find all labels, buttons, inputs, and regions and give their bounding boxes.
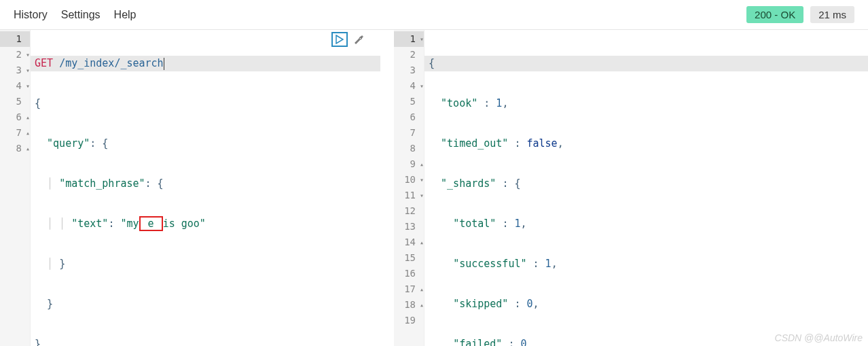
gutter-line[interactable]: 19 <box>394 313 424 328</box>
gutter-line[interactable]: 10▾ <box>394 172 424 188</box>
fold-arrow-icon: ▴ <box>417 297 424 313</box>
response-gutter[interactable]: 1▾ 2 3 4▾ 5 6 7 8 9▴ 10▾ 11▾ 12 13 14▴ 1… <box>394 30 424 346</box>
gutter-line[interactable]: 2▾ <box>0 47 30 63</box>
menu-help[interactable]: Help <box>114 9 137 21</box>
gutter-line[interactable]: 1 <box>0 31 30 47</box>
run-query-button[interactable] <box>331 32 348 47</box>
gutter-line[interactable]: 1▾ <box>394 31 424 47</box>
menu-history[interactable]: History <box>14 9 48 21</box>
top-toolbar: History Settings Help 200 - OK 21 ms <box>0 0 868 30</box>
gutter-line[interactable]: 3 <box>394 63 424 78</box>
code-line[interactable]: │ "match_phrase": { <box>31 176 380 192</box>
code-line[interactable]: } <box>31 296 380 312</box>
code-line[interactable]: "query": { <box>31 136 380 152</box>
fold-arrow-icon: ▾ <box>23 47 30 63</box>
response-code-viewer[interactable]: { "took" : 1, "timed_out" : false, "_sha… <box>424 30 868 346</box>
gutter-line[interactable]: 7 <box>394 125 424 141</box>
wrench-button[interactable] <box>350 32 367 47</box>
code-line[interactable]: GET /my_index/_search <box>31 56 380 71</box>
status-code-badge: 200 - OK <box>746 6 803 23</box>
code-line[interactable]: "failed" : 0 <box>424 336 868 346</box>
request-code-editor[interactable]: GET /my_index/_search { "query": { │ "ma… <box>31 30 380 346</box>
code-line[interactable]: "skipped" : 0, <box>424 296 868 312</box>
gutter-line[interactable]: 2 <box>394 47 424 63</box>
gutter-line[interactable]: 16 <box>394 266 424 281</box>
gutter-line[interactable]: 8 <box>394 141 424 156</box>
fold-arrow-icon: ▾ <box>417 172 424 188</box>
fold-arrow-icon: ▾ <box>417 31 424 47</box>
gutter-line[interactable]: 6▴ <box>0 109 30 125</box>
fold-arrow-icon: ▴ <box>23 109 30 125</box>
highlight-box: e <box>139 216 163 231</box>
gutter-line[interactable]: 4▾ <box>394 78 424 94</box>
editor-panels: 1 2▾ 3▾ 4▾ 5 6▴ 7▴ 8▴ GET /my_index/_sea… <box>0 30 868 346</box>
fold-arrow-icon: ▾ <box>417 188 424 203</box>
code-line[interactable]: │ } <box>31 256 380 272</box>
code-line[interactable]: "_shards" : { <box>424 176 868 192</box>
gutter-line[interactable]: 18▴ <box>394 297 424 313</box>
fold-arrow-icon: ▴ <box>417 156 424 172</box>
gutter-line[interactable]: 3▾ <box>0 63 30 78</box>
fold-arrow-icon: ▴ <box>417 281 424 297</box>
code-line[interactable]: } <box>31 336 380 346</box>
request-actions <box>331 31 367 47</box>
text-cursor <box>164 58 164 70</box>
fold-arrow-icon: ▾ <box>23 63 30 78</box>
gutter-line[interactable]: 15 <box>394 250 424 266</box>
fold-arrow-icon: ▾ <box>417 78 424 94</box>
http-method: GET <box>35 57 53 69</box>
gutter-line[interactable]: 17▴ <box>394 281 424 297</box>
gutter-line[interactable]: 13 <box>394 219 424 235</box>
code-line[interactable]: │ │ "text": "my e is goo" <box>31 216 380 232</box>
code-line[interactable]: "total" : 1, <box>424 216 868 232</box>
code-line[interactable]: { <box>31 96 380 111</box>
svg-marker-0 <box>336 35 343 44</box>
response-panel: 1▾ 2 3 4▾ 5 6 7 8 9▴ 10▾ 11▾ 12 13 14▴ 1… <box>394 30 868 346</box>
fold-arrow-icon: ▴ <box>417 235 424 250</box>
request-gutter[interactable]: 1 2▾ 3▾ 4▾ 5 6▴ 7▴ 8▴ <box>0 30 31 346</box>
menu-settings[interactable]: Settings <box>61 9 101 21</box>
gutter-line[interactable]: 5 <box>394 94 424 109</box>
gutter-line[interactable]: 7▴ <box>0 125 30 141</box>
gutter-line[interactable]: 12 <box>394 203 424 219</box>
request-panel: 1 2▾ 3▾ 4▾ 5 6▴ 7▴ 8▴ GET /my_index/_sea… <box>0 30 394 346</box>
fold-arrow-icon: ▾ <box>23 78 30 94</box>
gutter-line[interactable]: 9▴ <box>394 156 424 172</box>
gutter-line[interactable]: 11▾ <box>394 188 424 203</box>
fold-arrow-icon: ▴ <box>23 125 30 141</box>
code-line[interactable]: "successful" : 1, <box>424 256 868 272</box>
status-badges: 200 - OK 21 ms <box>746 6 854 23</box>
code-line[interactable]: "took" : 1, <box>424 96 868 111</box>
fold-arrow-icon: ▴ <box>23 141 30 156</box>
menu-bar: History Settings Help <box>14 9 137 21</box>
request-path: /my_index/_search <box>59 57 164 69</box>
play-icon <box>336 35 344 44</box>
code-line[interactable]: "timed_out" : false, <box>424 136 868 152</box>
wrench-icon <box>353 34 364 45</box>
gutter-line[interactable]: 8▴ <box>0 141 30 156</box>
gutter-line[interactable]: 6 <box>394 109 424 125</box>
status-time-badge: 21 ms <box>810 6 854 23</box>
gutter-line[interactable]: 14▴ <box>394 235 424 250</box>
code-line[interactable]: { <box>424 56 868 71</box>
gutter-line[interactable]: 5 <box>0 94 30 109</box>
gutter-line[interactable]: 4▾ <box>0 78 30 94</box>
